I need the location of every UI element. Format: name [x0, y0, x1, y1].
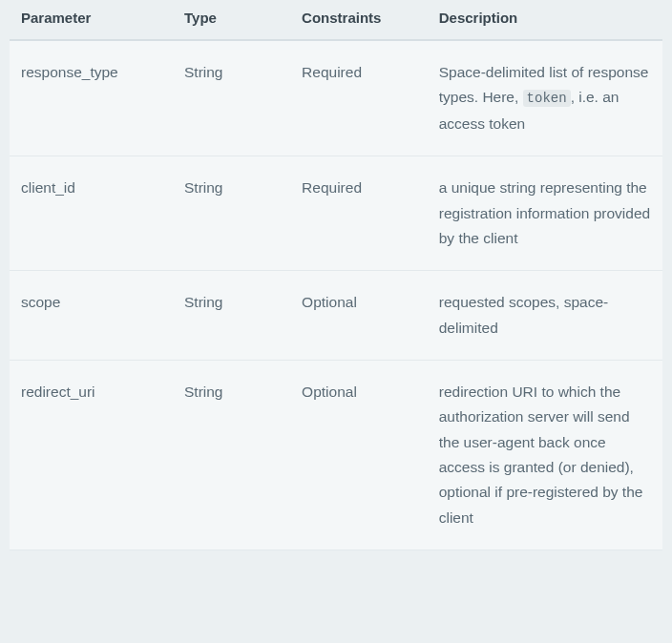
cell-type: String	[173, 156, 290, 271]
cell-parameter: response_type	[10, 40, 173, 156]
cell-type: String	[173, 361, 290, 550]
cell-type: String	[173, 271, 290, 361]
cell-constraints: Optional	[290, 271, 428, 361]
col-header-description: Description	[428, 0, 662, 40]
col-header-constraints: Constraints	[290, 0, 428, 40]
table-row: redirect_uri String Optional redirection…	[10, 361, 662, 550]
cell-description: requested scopes, space-delimited	[428, 271, 662, 361]
desc-text-pre: a unique string representing the registr…	[439, 179, 650, 246]
table-row: client_id String Required a unique strin…	[10, 156, 662, 271]
desc-code: token	[523, 90, 571, 107]
table-header-row: Parameter Type Constraints Description	[10, 0, 662, 40]
cell-constraints: Optional	[290, 361, 428, 550]
table-row: scope String Optional requested scopes, …	[10, 271, 662, 361]
parameters-table: Parameter Type Constraints Description r…	[10, 0, 662, 550]
col-header-parameter: Parameter	[10, 0, 173, 40]
cell-parameter: scope	[10, 271, 173, 361]
cell-description: a unique string representing the registr…	[428, 156, 662, 271]
cell-constraints: Required	[290, 40, 428, 156]
table-row: response_type String Required Space-deli…	[10, 40, 662, 156]
cell-parameter: client_id	[10, 156, 173, 271]
cell-parameter: redirect_uri	[10, 361, 173, 550]
desc-text-pre: requested scopes, space-delimited	[439, 294, 609, 335]
cell-description: Space-delimited list of response types. …	[428, 40, 662, 156]
col-header-type: Type	[173, 0, 290, 40]
cell-description: redirection URI to which the authorizati…	[428, 361, 662, 550]
desc-text-pre: redirection URI to which the authorizati…	[439, 384, 643, 526]
cell-type: String	[173, 40, 290, 156]
cell-constraints: Required	[290, 156, 428, 271]
